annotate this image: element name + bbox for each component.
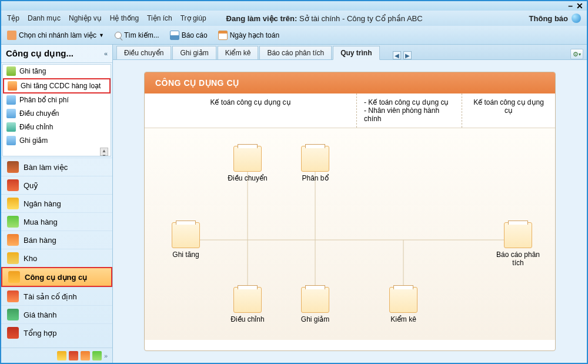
sell-icon xyxy=(7,234,19,246)
branch-icon xyxy=(7,31,16,40)
phan-bo-icon xyxy=(301,146,329,172)
minimize-button[interactable]: – xyxy=(568,1,573,11)
tab-kiem-ke[interactable]: Kiểm kê xyxy=(218,46,259,59)
menu-item[interactable]: Tệp xyxy=(7,14,19,22)
tab-dieu-chuyen[interactable]: Điều chuyển xyxy=(116,46,171,59)
batch-icon xyxy=(8,81,17,91)
nav-cost[interactable]: Giá thành xyxy=(1,305,112,323)
asset-icon xyxy=(7,290,19,302)
tab-ghi-giam[interactable]: Ghi giảm xyxy=(172,46,216,59)
bank-icon xyxy=(7,198,19,209)
menu-bar: Tệp Danh mục Nghiệp vụ Hệ thống Tiện ích… xyxy=(1,11,587,26)
workflow-canvas: CÔNG CỤ DỤNG CỤ Kế toán công cụ dụng cụ … xyxy=(113,60,587,363)
dieu-chinh-icon xyxy=(233,287,262,313)
menu-item[interactable]: Danh mục xyxy=(28,14,61,22)
notification-button[interactable]: Thông báo xyxy=(529,14,581,23)
sidebar-footer: » xyxy=(1,348,112,363)
app-window: – ✕ Tệp Danh mục Nghiệp vụ Hệ thống Tiện… xyxy=(0,0,588,364)
sidebar-action-list: Ghi tăng Ghi tăng CCDC hàng loạt Phân bổ… xyxy=(2,64,111,156)
menu-item[interactable]: Hệ thống xyxy=(110,14,139,22)
ghi-tang-icon xyxy=(172,222,200,248)
nav-tools[interactable]: Công cụ dụng cụ xyxy=(1,267,112,287)
cost-icon xyxy=(7,309,19,320)
general-icon xyxy=(7,327,19,339)
footer-icon[interactable] xyxy=(57,351,66,360)
calendar-icon xyxy=(218,31,228,40)
node-dieu-chinh[interactable]: Điều chỉnh xyxy=(221,287,274,323)
sidebar-item-dieu-chuyen[interactable]: Điều chuyển xyxy=(3,107,111,121)
accounting-date-button[interactable]: Ngày hạch toán xyxy=(218,31,279,40)
sidebar-item-dieu-chinh[interactable]: Điều chỉnh xyxy=(3,121,111,134)
sidebar-item-ghi-tang-ccdc[interactable]: Ghi tăng CCDC hàng loạt xyxy=(3,78,111,93)
report-button[interactable]: Báo cáo xyxy=(170,31,208,40)
sidebar: Công cụ dụng... « Ghi tăng Ghi tăng CCDC… xyxy=(1,45,113,363)
nav-sales[interactable]: Bán hàng xyxy=(1,231,112,249)
ghi-giam-icon xyxy=(301,287,329,313)
nav-assets[interactable]: Tài sản cố định xyxy=(1,287,112,305)
stock-icon xyxy=(7,252,19,264)
nav-bank[interactable]: Ngân hàng xyxy=(1,194,112,212)
panel-columns: Kế toán công cụ dụng cụ - Kế toán công c… xyxy=(145,93,555,128)
search-icon xyxy=(115,32,122,39)
tab-prev-button[interactable]: ◀ xyxy=(393,51,401,59)
working-context: Đang làm việc trên: Sở tài chính - Công … xyxy=(226,14,423,23)
minus-icon xyxy=(6,136,16,145)
desk-icon xyxy=(7,161,19,173)
node-kiem-ke[interactable]: Kiểm kê xyxy=(377,287,430,323)
nav-stock[interactable]: Kho xyxy=(1,249,112,267)
col-accountant: Kế toán công cụ dụng cụ xyxy=(145,93,356,128)
sidebar-item-ghi-tang[interactable]: Ghi tăng xyxy=(3,65,111,78)
workflow-panel: CÔNG CỤ DỤNG CỤ Kế toán công cụ dụng cụ … xyxy=(144,72,556,351)
sidebar-scroll[interactable]: ▲▼ xyxy=(3,148,111,156)
settings-button[interactable]: ⚙▾ xyxy=(570,49,583,59)
nav-desktop[interactable]: Bàn làm việc xyxy=(1,158,112,176)
node-ghi-giam[interactable]: Ghi giảm xyxy=(289,287,342,323)
node-bao-cao[interactable]: Báo cáo phân tích xyxy=(492,222,544,267)
nav-purchase[interactable]: Mua hàng xyxy=(1,212,112,231)
globe-icon xyxy=(572,14,581,23)
bao-cao-icon xyxy=(504,222,532,248)
choose-branch-button[interactable]: Chọn chi nhánh làm việc ▼ xyxy=(7,31,104,40)
tab-bar: Điều chuyển Ghi giảm Kiểm kê Báo cáo phâ… xyxy=(113,45,587,60)
dieu-chuyen-icon xyxy=(233,146,262,172)
buy-icon xyxy=(7,216,19,228)
close-button[interactable]: ✕ xyxy=(576,1,583,11)
footer-expand-button[interactable]: » xyxy=(104,352,108,359)
tools-icon xyxy=(8,271,20,283)
report-icon xyxy=(170,31,179,40)
main-area: Điều chuyển Ghi giảm Kiểm kê Báo cáo phâ… xyxy=(113,45,587,363)
col-roles: - Kế toán công cụ dụng cụ - Nhân viên ph… xyxy=(356,93,462,128)
kiem-ke-icon xyxy=(389,287,417,313)
adjust-icon xyxy=(6,122,16,132)
node-phan-bo[interactable]: Phân bổ xyxy=(289,146,342,182)
footer-icon[interactable] xyxy=(69,351,78,360)
tool-bar: Chọn chi nhánh làm việc ▼ Tìm kiếm... Bá… xyxy=(1,26,587,45)
tab-navigator: ◀ ▶ xyxy=(393,51,412,59)
panel-title: CÔNG CỤ DỤNG CỤ xyxy=(145,72,555,93)
tab-quy-trinh[interactable]: Quy trình xyxy=(333,46,379,60)
fund-icon xyxy=(7,179,19,191)
nav-general[interactable]: Tổng hợp xyxy=(1,323,112,342)
sidebar-title: Công cụ dụng... xyxy=(6,48,74,59)
sidebar-header: Công cụ dụng... « xyxy=(1,45,112,63)
footer-icon[interactable] xyxy=(92,351,102,360)
node-dieu-chuyen[interactable]: Điều chuyển xyxy=(221,146,274,182)
sidebar-item-ghi-giam[interactable]: Ghi giảm xyxy=(3,134,111,148)
menu-item[interactable]: Tiện ích xyxy=(147,14,172,22)
col-accountant-2: Kế toán công cụ dụng cụ xyxy=(462,93,555,128)
node-ghi-tang[interactable]: Ghi tăng xyxy=(159,222,212,259)
menu-item[interactable]: Trợ giúp xyxy=(181,14,206,22)
menu-item[interactable]: Nghiệp vụ xyxy=(69,14,102,22)
search-button[interactable]: Tìm kiếm... xyxy=(115,31,159,39)
transfer-icon xyxy=(6,109,16,118)
flow-diagram: Ghi tăng Điều chuyển Phân bổ Điều chỉnh … xyxy=(145,128,555,340)
tab-next-button[interactable]: ▶ xyxy=(403,51,412,59)
nav-list: Bàn làm việc Quỹ Ngân hàng Mua hàng Bán … xyxy=(1,158,112,348)
footer-icon[interactable] xyxy=(81,351,90,360)
nav-fund[interactable]: Quỹ xyxy=(1,176,112,194)
allocate-icon xyxy=(6,95,16,105)
tab-bao-cao[interactable]: Báo cáo phân tích xyxy=(259,46,332,59)
collapse-sidebar-button[interactable]: « xyxy=(104,50,108,57)
sidebar-item-phan-bo[interactable]: Phân bổ chi phí xyxy=(3,93,111,107)
title-bar: – ✕ xyxy=(1,1,587,11)
